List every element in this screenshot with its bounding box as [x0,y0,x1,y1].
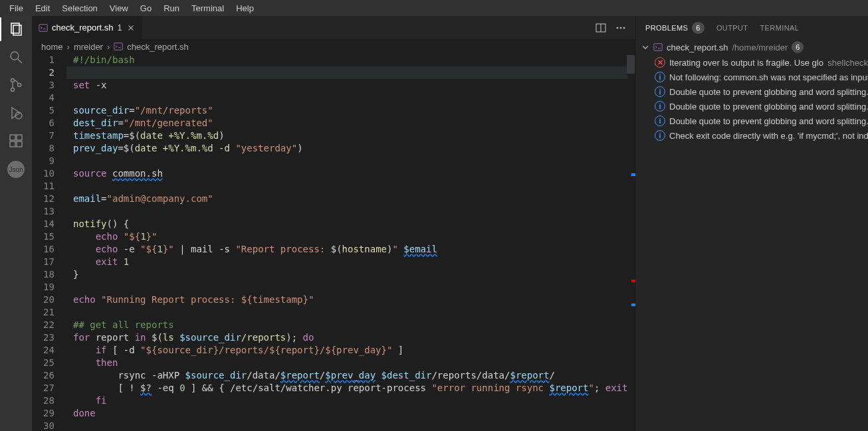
editor-actions [596,16,635,39]
side-panel: PROBLEMS 6 OUTPUT TERMINAL check_report.… [635,16,868,431]
shell-file-icon [39,23,48,33]
code-line[interactable] [66,306,628,319]
code-line[interactable]: echo "Running Report process: ${timestam… [66,294,628,306]
problem-item[interactable]: iNot following: common.sh was not specif… [636,70,868,84]
svg-point-4 [11,79,15,82]
svg-rect-9 [10,141,15,147]
code-line[interactable]: } [66,268,628,281]
code-line[interactable]: then [66,357,628,369]
problems-tree[interactable]: check_report.sh /home/mreider 6 ✕Iterati… [636,39,868,431]
breadcrumb-segment[interactable]: mreider [74,42,103,52]
menu-view[interactable]: View [104,2,134,15]
panel-tab-terminal[interactable]: TERMINAL [760,24,800,32]
code-line[interactable]: source common.sh [66,167,628,180]
breadcrumb-file[interactable]: check_report.sh [127,42,189,52]
problem-item[interactable]: iCheck exit code directly with e.g. 'if … [636,128,868,143]
problem-message: Double quote to prevent globbing and wor… [669,87,868,97]
code-line[interactable]: fi [66,394,628,407]
svg-point-6 [18,84,21,87]
problems-file-name: check_report.sh [667,43,728,52]
search-icon[interactable] [8,49,24,65]
line-number-gutter: 1234567891011121314151617181920212223242… [32,54,66,431]
code-line[interactable]: [ ! $? -eq 0 ] && { /etc/salt/watcher.py… [66,382,628,394]
shell-file-icon [114,42,123,51]
menu-edit[interactable]: Edit [30,2,55,15]
panel-tab-output[interactable]: OUTPUT [716,24,748,32]
chevron-right-icon: › [107,42,110,52]
info-icon: i [655,101,665,112]
code-line[interactable] [66,180,628,193]
breadcrumb-segment[interactable]: home [41,42,63,52]
code-line[interactable] [66,92,628,104]
problem-item[interactable]: iDouble quote to prevent globbing and wo… [636,84,868,99]
info-icon: i [655,72,665,82]
problem-message: Double quote to prevent globbing and wor… [669,116,868,126]
tab-close-icon[interactable] [126,23,136,33]
svg-rect-20 [114,43,122,50]
code-line[interactable]: timestamp=$(date +%Y.%m.%d) [66,129,628,142]
overview-ruler[interactable] [627,54,635,431]
tab-bar: check_report.sh 1 [32,16,635,39]
activity-bar: Json [0,16,32,431]
problem-source: shellcheck [827,58,868,68]
problems-count-badge: 6 [692,22,705,34]
code-line[interactable]: echo "${1}" [66,230,628,243]
chevron-down-icon[interactable] [641,43,649,51]
problems-file-row[interactable]: check_report.sh /home/mreider 6 [636,39,868,55]
problem-message: Double quote to prevent globbing and wor… [669,102,868,112]
tab-check-report[interactable]: check_report.sh 1 [32,16,143,39]
code-line[interactable]: exit 1 [66,256,628,268]
source-control-icon[interactable] [8,77,24,93]
code-line[interactable] [66,66,628,79]
menu-run[interactable]: Run [158,2,185,15]
code-line[interactable]: if [ -d "${source_dir}/reports/${report}… [66,344,628,357]
debug-icon[interactable] [8,105,24,121]
svg-line-3 [18,59,22,63]
problems-file-count-badge: 6 [792,41,804,53]
code-line[interactable]: email="admin@company.com" [66,193,628,205]
menu-selection[interactable]: Selection [56,2,102,15]
editor-column: check_report.sh 1 home › mreider › [32,16,635,431]
tab-modified-indicator: 1 [118,23,122,33]
breadcrumb[interactable]: home › mreider › check_report.sh [32,39,635,54]
explorer-icon[interactable] [8,21,24,37]
code-line[interactable]: source_dir="/mnt/reports" [66,104,628,117]
code-line[interactable]: #!/bin/bash [66,54,628,66]
panel-tab-label: PROBLEMS [645,24,688,32]
problems-file-dir: /home/mreider [732,43,788,52]
code-line[interactable]: prev_day=$(date +%Y.%m.%d -d "yesterday"… [66,142,628,155]
code-line[interactable]: rsync -aHXP $source_dir/data/$report/$pr… [66,369,628,382]
panel-tab-bar: PROBLEMS 6 OUTPUT TERMINAL [636,16,868,39]
extensions-icon[interactable] [8,133,24,149]
code-line[interactable] [66,420,628,431]
info-icon: i [655,130,665,141]
editor-body[interactable]: 1234567891011121314151617181920212223242… [32,54,635,431]
menu-file[interactable]: File [4,2,29,15]
menu-terminal[interactable]: Terminal [186,2,229,15]
main-row: Json check_report.sh 1 [0,16,868,431]
code-line[interactable] [66,205,628,218]
code-line[interactable]: notify() { [66,218,628,230]
code-area[interactable]: #!/bin/bashset -xsource_dir="/mnt/report… [66,54,628,431]
svg-point-17 [617,27,619,29]
menu-go[interactable]: Go [135,2,157,15]
problem-item[interactable]: ✕Iterating over ls output is fragile. Us… [636,55,868,70]
problem-item[interactable]: iDouble quote to prevent globbing and wo… [636,114,868,128]
code-line[interactable] [66,281,628,294]
problem-item[interactable]: iDouble quote to prevent globbing and wo… [636,99,868,114]
code-line[interactable]: echo -e "${1}" | mail -s "Report process… [66,243,628,256]
code-line[interactable]: dest_dir="/mnt/generated" [66,117,628,129]
svg-point-5 [11,88,15,92]
code-line[interactable] [66,155,628,167]
menu-help[interactable]: Help [231,2,259,15]
code-line[interactable]: ## get all reports [66,319,628,331]
panel-tab-problems[interactable]: PROBLEMS 6 [645,22,705,34]
split-editor-icon[interactable] [596,23,606,33]
json-ext-icon[interactable]: Json [7,161,25,178]
code-line[interactable]: done [66,407,628,420]
code-line[interactable]: set -x [66,79,628,92]
code-line[interactable]: for report in $(ls $source_dir/reports);… [66,331,628,344]
tab-filename: check_report.sh [52,23,114,33]
more-actions-icon[interactable] [615,23,626,33]
chevron-right-icon: › [67,42,70,52]
